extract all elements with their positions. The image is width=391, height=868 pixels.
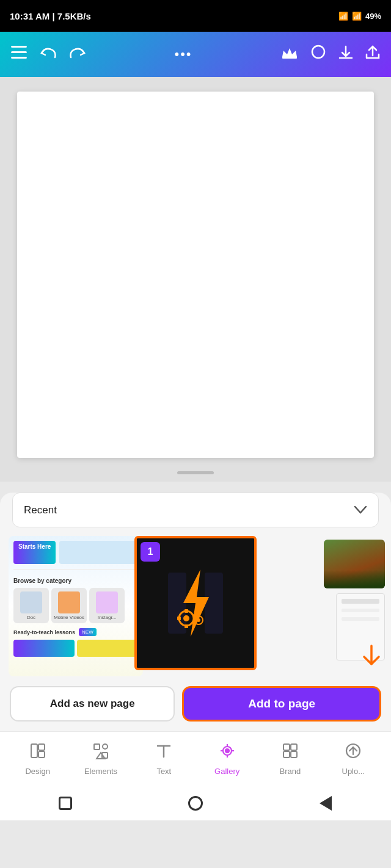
canvas-area bbox=[0, 77, 391, 466]
svg-rect-2 bbox=[11, 57, 27, 59]
upload-tab-label: Uplo... bbox=[342, 767, 365, 776]
elements-icon bbox=[92, 742, 109, 764]
tab-brand[interactable]: Brand bbox=[269, 742, 312, 776]
doc-icon-item: Doc bbox=[13, 588, 49, 623]
instagram-item: Instagr... bbox=[89, 588, 125, 623]
page-scroll-pill bbox=[177, 471, 214, 474]
chevron-down-icon bbox=[354, 503, 367, 517]
svg-rect-19 bbox=[94, 744, 100, 750]
canvas-page[interactable] bbox=[17, 92, 374, 458]
svg-point-9 bbox=[183, 615, 189, 621]
recent-dropdown[interactable]: Recent bbox=[12, 493, 379, 527]
svg-rect-18 bbox=[38, 751, 45, 758]
back-button[interactable] bbox=[315, 792, 337, 814]
svg-rect-3 bbox=[282, 57, 297, 59]
svg-rect-10 bbox=[185, 609, 188, 613]
svg-point-20 bbox=[103, 744, 108, 749]
recent-apps-button[interactable] bbox=[54, 792, 76, 814]
svg-rect-27 bbox=[283, 751, 290, 758]
template-number-badge: 1 bbox=[141, 542, 160, 562]
selected-template-thumb[interactable]: 1 bbox=[134, 536, 257, 670]
crown-icon[interactable] bbox=[281, 46, 298, 63]
browse-category-label: Browse by category bbox=[13, 577, 138, 584]
redo-icon[interactable] bbox=[70, 45, 86, 63]
svg-rect-26 bbox=[291, 744, 297, 750]
start-here-chip: Starts Here bbox=[13, 541, 56, 564]
svg-rect-25 bbox=[283, 744, 290, 750]
gallery-tab-label: Gallery bbox=[214, 767, 239, 776]
signal-icon: 📶 bbox=[338, 12, 348, 21]
thumb-left-panel: Starts Here Browse by category Doc Mobil… bbox=[9, 536, 143, 676]
template-preview-icon bbox=[165, 566, 226, 640]
status-bar: 10:31 AM | 7.5KB/s 📶 📶 49% bbox=[0, 0, 391, 32]
ready-teach-label: Ready-to-teach lessons bbox=[13, 629, 75, 635]
bottom-sheet: Recent Starts Here Browse by category bbox=[0, 493, 391, 786]
undo-icon[interactable] bbox=[40, 45, 56, 63]
add-to-page-button[interactable]: Add to page bbox=[182, 686, 381, 722]
wifi-icon: 📶 bbox=[352, 12, 362, 21]
svg-rect-28 bbox=[291, 751, 297, 758]
tab-elements[interactable]: Elements bbox=[79, 742, 122, 776]
tab-upload[interactable]: Uplo... bbox=[332, 742, 375, 776]
svg-rect-0 bbox=[11, 46, 27, 48]
design-tab-label: Design bbox=[25, 767, 49, 776]
new-badge: NEW bbox=[79, 628, 97, 636]
share-icon[interactable] bbox=[365, 45, 380, 64]
tab-gallery[interactable]: Gallery bbox=[206, 742, 249, 776]
svg-point-24 bbox=[225, 749, 229, 753]
time-display: 10:31 AM | 7.5KB/s bbox=[10, 11, 91, 21]
menu-icon[interactable] bbox=[11, 46, 27, 63]
elements-tab-label: Elements bbox=[84, 767, 117, 776]
add-as-new-page-button[interactable]: Add as new page bbox=[10, 686, 175, 722]
svg-rect-16 bbox=[31, 744, 37, 758]
status-right: 📶 📶 49% bbox=[338, 12, 381, 21]
brand-icon bbox=[282, 742, 299, 764]
svg-point-4 bbox=[312, 46, 324, 58]
comment-icon[interactable] bbox=[310, 45, 326, 64]
dropdown-label: Recent bbox=[24, 504, 57, 516]
nature-thumbnail bbox=[324, 540, 385, 588]
thumb-right-panel bbox=[287, 536, 391, 676]
top-nav: ••• bbox=[0, 32, 391, 77]
svg-rect-1 bbox=[11, 51, 27, 53]
arrow-down-icon bbox=[360, 643, 382, 670]
svg-rect-11 bbox=[185, 624, 188, 628]
nav-left bbox=[11, 45, 86, 63]
tab-text[interactable]: Text bbox=[142, 742, 185, 776]
svg-rect-6 bbox=[205, 573, 223, 634]
back-icon bbox=[320, 796, 332, 811]
text-tab-label: Text bbox=[156, 767, 171, 776]
status-left: 10:31 AM | 7.5KB/s bbox=[10, 11, 91, 21]
svg-point-15 bbox=[197, 618, 200, 622]
mobile-videos-item: Mobile Videos bbox=[51, 588, 87, 623]
android-nav-bar bbox=[0, 786, 391, 820]
tab-design[interactable]: Design bbox=[16, 742, 59, 776]
upload-icon bbox=[345, 742, 362, 764]
home-icon bbox=[188, 796, 203, 811]
recent-apps-icon bbox=[59, 797, 72, 810]
action-buttons: Add as new page Add to page bbox=[10, 686, 381, 722]
nav-right bbox=[281, 45, 380, 64]
more-options-icon[interactable]: ••• bbox=[174, 46, 192, 62]
svg-rect-13 bbox=[177, 617, 181, 620]
gallery-icon bbox=[219, 742, 236, 764]
design-icon bbox=[29, 742, 46, 764]
brand-tab-label: Brand bbox=[280, 767, 301, 776]
page-indicator bbox=[0, 466, 391, 482]
tab-bar: Design Elements Text bbox=[0, 731, 391, 786]
download-icon[interactable] bbox=[338, 45, 353, 64]
thumbnails-area: Starts Here Browse by category Doc Mobil… bbox=[0, 536, 391, 676]
text-icon bbox=[155, 742, 172, 764]
battery-display: 49% bbox=[365, 12, 381, 21]
home-button[interactable] bbox=[185, 792, 206, 814]
svg-rect-17 bbox=[38, 744, 45, 750]
